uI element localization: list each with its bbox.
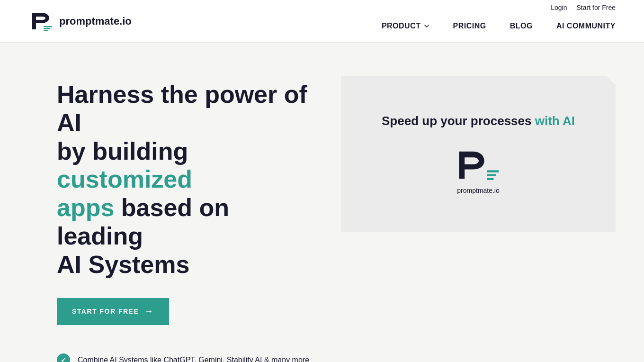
left-section: Harness the power of AIby building custo… (57, 81, 313, 362)
chevron-down-icon (424, 23, 429, 29)
check-icon-1 (57, 353, 70, 362)
svg-rect-4 (487, 174, 496, 176)
demo-card: Speed up your processes with AI promptma… (341, 76, 616, 232)
features-list: Combine AI Systems like ChatGPT, Gemini,… (57, 353, 313, 362)
cta-label: START FOR FREE (72, 308, 139, 315)
nav-blog[interactable]: BLOG (510, 22, 533, 30)
logo-text: promptmate.io (59, 15, 132, 27)
nav-pricing[interactable]: PRICING (453, 22, 486, 30)
demo-logo-text: promptmate.io (457, 187, 499, 194)
demo-logo-svg (457, 147, 500, 183)
nav-ai-community[interactable]: AI COMMUNITY (556, 22, 616, 30)
demo-card-title: Speed up your processes with AI (382, 114, 575, 128)
right-section: Speed up your processes with AI promptma… (341, 76, 616, 232)
start-free-top-link[interactable]: Start for Free (577, 4, 616, 11)
logo[interactable]: promptmate.io (28, 8, 132, 34)
nav-product[interactable]: PRODUCT (382, 22, 429, 30)
feature-item-1: Combine AI Systems like ChatGPT, Gemini,… (57, 353, 313, 362)
svg-rect-3 (487, 170, 499, 172)
logo-icon (28, 8, 54, 34)
svg-rect-5 (487, 178, 493, 181)
svg-rect-1 (44, 28, 50, 29)
demo-logo: promptmate.io (457, 147, 500, 194)
demo-title-highlight: with AI (535, 114, 575, 128)
start-free-button[interactable]: START FOR FREE → (57, 298, 169, 325)
feature-text-1: Combine AI Systems like ChatGPT, Gemini,… (78, 356, 309, 362)
hero-title: Harness the power of AIby building custo… (57, 81, 313, 279)
login-link[interactable]: Login (551, 4, 567, 11)
svg-rect-2 (44, 30, 48, 31)
nav-links: PRODUCT PRICING BLOG AI COMMUNITY (382, 22, 616, 30)
hero-title-highlight: customizedapps (57, 165, 192, 221)
arrow-right-icon: → (144, 307, 154, 317)
svg-rect-0 (44, 26, 52, 27)
main-content: Harness the power of AIby building custo… (0, 43, 644, 362)
navbar: Login Start for Free promptmate.io PRODU… (0, 0, 644, 43)
nav-top-actions: Login Start for Free (551, 0, 616, 11)
